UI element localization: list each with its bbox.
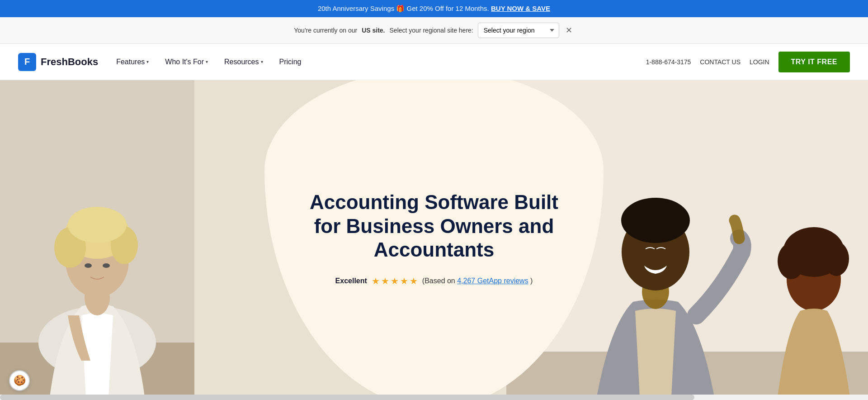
rating-count-text: (Based on 4,267 GetApp reviews ) — [422, 277, 533, 285]
navbar-left: F FreshBooks Features ▾ Who It's For ▾ R… — [18, 53, 301, 71]
login-link[interactable]: LOGIN — [750, 58, 769, 66]
star-rating: ★ ★ ★ ★ ★ — [372, 276, 418, 286]
nav-link-features[interactable]: Features ▾ — [116, 58, 149, 66]
nav-links: Features ▾ Who It's For ▾ Resources ▾ Pr… — [116, 58, 301, 66]
try-it-free-button[interactable]: TRY IT FREE — [778, 52, 850, 72]
star-1: ★ — [372, 276, 380, 286]
region-bar-close[interactable]: ✕ — [564, 25, 574, 35]
region-select[interactable]: Select your region United Kingdom Canada… — [478, 23, 559, 38]
nav-item-features[interactable]: Features ▾ — [116, 58, 149, 66]
svg-point-11 — [103, 263, 110, 268]
hero-bg-left — [0, 80, 194, 397]
horizontal-scrollbar[interactable] — [0, 395, 868, 397]
svg-point-10 — [85, 263, 92, 268]
rating-label: Excellent — [335, 277, 367, 285]
region-text-before: You're currently on our — [294, 27, 357, 34]
star-3: ★ — [391, 276, 399, 286]
announcement-bar: 20th Anniversary Savings 🎁 Get 20% Off f… — [0, 0, 868, 17]
nav-item-who[interactable]: Who It's For ▾ — [165, 58, 208, 66]
logo-text: FreshBooks — [41, 56, 98, 68]
current-site: US site. — [362, 27, 385, 34]
phone-number[interactable]: 1-888-674-3175 — [646, 58, 691, 66]
nav-link-pricing[interactable]: Pricing — [279, 58, 302, 66]
announcement-text: 20th Anniversary Savings 🎁 Get 20% Off f… — [318, 5, 489, 12]
nav-link-resources[interactable]: Resources ▾ — [224, 58, 263, 66]
cookie-consent-button[interactable]: 🍪 — [9, 370, 30, 391]
hero-rating: Excellent ★ ★ ★ ★ ★ (Based on 4,267 GetA… — [335, 276, 533, 286]
nav-link-who[interactable]: Who It's For ▾ — [165, 58, 208, 66]
announcement-link[interactable]: BUY NOW & SAVE — [491, 5, 550, 12]
svg-point-12 — [81, 281, 104, 295]
chevron-down-icon: ▾ — [261, 59, 263, 64]
region-bar: You're currently on our US site. Select … — [0, 17, 868, 44]
region-text-after: Select your regional site here: — [390, 27, 473, 34]
hero-left-svg — [0, 80, 194, 397]
star-half: ★ — [410, 276, 418, 286]
hero-title: Accounting Software Built for Business O… — [301, 190, 567, 262]
svg-point-21 — [778, 243, 805, 279]
svg-point-22 — [824, 242, 849, 276]
chevron-down-icon: ▾ — [146, 59, 149, 64]
hero-person-left-image — [0, 80, 194, 397]
nav-item-resources[interactable]: Resources ▾ — [224, 58, 263, 66]
svg-point-9 — [68, 207, 127, 243]
cookie-icon: 🍪 — [14, 375, 26, 386]
logo-icon: F — [18, 53, 36, 71]
star-2: ★ — [381, 276, 389, 286]
nav-item-pricing[interactable]: Pricing — [279, 58, 302, 66]
chevron-down-icon: ▾ — [206, 59, 208, 64]
star-4: ★ — [400, 276, 408, 286]
svg-point-18 — [621, 198, 690, 243]
contact-us-link[interactable]: CONTACT US — [700, 58, 741, 66]
hero-section: Accounting Software Built for Business O… — [0, 80, 868, 397]
scrollbar-thumb[interactable] — [0, 395, 694, 397]
logo[interactable]: F FreshBooks — [18, 53, 98, 71]
rating-link[interactable]: 4,267 GetApp reviews — [457, 277, 528, 285]
navbar: F FreshBooks Features ▾ Who It's For ▾ R… — [0, 44, 868, 80]
navbar-right: 1-888-674-3175 CONTACT US LOGIN TRY IT F… — [646, 52, 850, 72]
